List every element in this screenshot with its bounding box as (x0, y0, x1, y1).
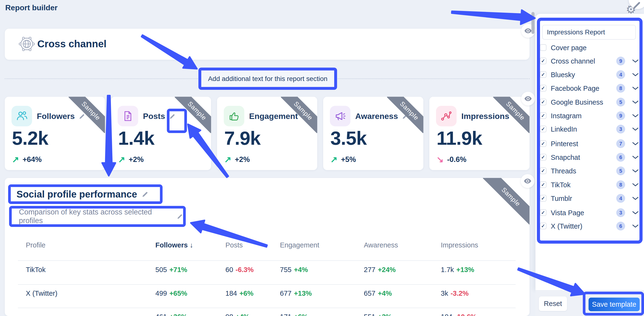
stat-label: Posts (143, 112, 165, 121)
impressions-icon-tile (436, 106, 456, 126)
stat-card-awareness: Awareness 3.5k ↗+5% Sample (323, 97, 423, 170)
trend-up-icon: ↗ (330, 155, 338, 165)
stat-value: 3.5k (330, 127, 367, 149)
megaphone-icon (334, 110, 346, 122)
stat-card-engagement: Engagement 7.9k ↗+2% Sample (217, 97, 317, 170)
add-text-annotation-box: Add additional text for this report sect… (198, 68, 337, 90)
annotation-arrow (452, 10, 535, 24)
section-title: Cross channel (37, 38, 106, 50)
eye-icon (524, 96, 532, 101)
report-builder-app: Report builder ⚙ Cross channel Add addit… (0, 0, 644, 316)
stat-card-posts: Posts 1.4k ↗+2% Sample (111, 97, 211, 170)
followers-icon-tile (12, 106, 32, 126)
trend-up-icon: ↗ (224, 155, 232, 165)
pencil-annotation-box (167, 109, 187, 133)
column-header-profile[interactable]: Profile (26, 241, 46, 249)
eye-toggle-button[interactable] (521, 92, 535, 106)
section-title-annotation-box: Social profile performance (8, 184, 162, 204)
stat-delta: +64% (22, 155, 42, 164)
stat-value: 5.2k (12, 127, 48, 149)
edit-pencil-icon[interactable] (177, 213, 183, 220)
table-divider (18, 308, 516, 308)
cell-profile: TikTok (26, 266, 46, 274)
edit-pencil-icon[interactable] (142, 191, 149, 198)
stat-delta: +2% (128, 155, 144, 164)
trend-up-icon: ↗ (12, 155, 19, 165)
stat-value: 1.4k (118, 127, 154, 149)
eye-toggle-button[interactable] (521, 174, 534, 188)
column-header-followers[interactable]: Followers ↓ (156, 241, 193, 249)
trend-down-icon: ↘ (436, 155, 444, 165)
table-divider (18, 260, 516, 261)
awareness-icon-tile (330, 106, 350, 126)
sample-ribbon: Sample (387, 97, 423, 133)
posts-icon (122, 110, 134, 122)
page-title: Report builder (5, 3, 58, 12)
sample-ribbon: Sample (281, 97, 317, 133)
scrollbar-thumb[interactable] (532, 12, 534, 34)
sample-ribbon: Sample (68, 97, 105, 133)
tool-icon (633, 1, 642, 8)
reset-button[interactable]: Reset (539, 297, 567, 311)
trend-up-icon: ↗ (118, 155, 125, 165)
share-nodes-icon (440, 110, 452, 122)
add-text-button[interactable]: Add additional text for this report sect… (201, 70, 334, 87)
eye-icon (524, 178, 532, 184)
editable-section-title[interactable]: Social profile performance (11, 187, 160, 201)
column-header-engagement[interactable]: Engagement (280, 241, 319, 249)
column-header-posts[interactable]: Posts (226, 241, 243, 249)
cell-profile: X (Twitter) (26, 290, 57, 297)
editable-section-subtitle[interactable]: Comparison of key stats across selected … (12, 209, 183, 224)
network-globe-icon (19, 36, 35, 52)
stat-card-followers: Followers 5.2k ↗+64% Sample (5, 97, 105, 170)
stat-value: 11.9k (436, 127, 482, 149)
column-header-impressions[interactable]: Impressions (441, 241, 478, 249)
engagement-icon-tile (224, 106, 244, 126)
thumbs-up-icon (228, 110, 240, 122)
sort-down-icon: ↓ (190, 241, 193, 249)
save-template-button[interactable]: Save template (588, 298, 640, 311)
column-header-awareness[interactable]: Awareness (364, 241, 398, 249)
table-row: TikTok 505+71% 60-6.3% 755+4% 277+24% 1.… (5, 266, 530, 275)
section-subtitle-annotation-box: Comparison of key stats across selected … (9, 206, 186, 227)
eye-icon (524, 28, 532, 34)
posts-icon-tile (118, 106, 138, 126)
stat-delta: +2% (235, 155, 250, 164)
table-row: X (Twitter) 499+65% 184+6% 677+13% 657+4… (5, 290, 530, 299)
stat-value: 7.9k (224, 127, 260, 149)
sidebar-annotation-box (537, 18, 642, 244)
stat-delta: +5% (341, 155, 356, 164)
stat-delta: -0.6% (447, 155, 466, 164)
table-row: 461+36% 98+4% 171+6% 551+3% 104-10.6% (5, 313, 530, 316)
cross-channel-section: Cross channel (5, 29, 530, 60)
followers-icon (16, 110, 28, 122)
table-divider (18, 284, 516, 285)
stat-card-impressions: Impressions 11.9k ↘-0.6% Sample (429, 97, 530, 170)
